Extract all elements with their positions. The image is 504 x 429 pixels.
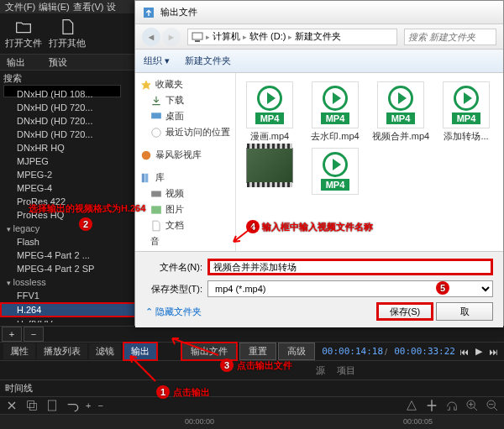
- file-icon: [59, 18, 76, 35]
- headphones-icon[interactable]: [445, 399, 459, 412]
- ruler-tick: 00:00:05: [403, 417, 433, 426]
- side-pictures[interactable]: 图片: [139, 201, 232, 217]
- advanced-button[interactable]: 高级: [278, 343, 315, 360]
- side-downloads[interactable]: 下载: [139, 92, 232, 108]
- nav-back-icon[interactable]: ◄: [142, 28, 160, 46]
- svg-rect-8: [151, 112, 161, 118]
- paste-icon[interactable]: [45, 399, 59, 412]
- filename-input[interactable]: [207, 259, 493, 275]
- dialog-title: 输出文件: [160, 6, 197, 18]
- picture-icon: [150, 204, 162, 216]
- download-icon: [150, 95, 162, 107]
- open-other-button[interactable]: 打开其他: [49, 18, 86, 50]
- side-favorites[interactable]: 收藏夹: [139, 76, 232, 92]
- menu-view[interactable]: 查看(V): [73, 1, 104, 13]
- file-item[interactable]: MP4: [305, 148, 365, 195]
- save-dialog: 输出文件 ◄ ► ▸计算机 ▸软件 (D:) ▸新建文件夹 组织 ▾ 新建文件夹…: [134, 0, 504, 326]
- svg-rect-11: [142, 173, 145, 182]
- menu-file[interactable]: 文件(F): [5, 1, 35, 13]
- save-button[interactable]: 保存(S): [376, 302, 433, 321]
- recent-icon: [150, 127, 162, 139]
- breadcrumb[interactable]: ▸计算机 ▸软件 (D:) ▸新建文件夹: [187, 29, 397, 45]
- newfolder-button[interactable]: 新建文件夹: [185, 55, 231, 67]
- file-item[interactable]: PY.mp4: [239, 73, 300, 76]
- file-item[interactable]: 叠加视频.mp4: [305, 73, 365, 76]
- open-file-button[interactable]: 打开文件: [5, 18, 42, 50]
- file-item[interactable]: [239, 148, 300, 195]
- time-duration: 00:00:33:22: [394, 346, 455, 357]
- side-libraries[interactable]: 库: [139, 170, 232, 186]
- filename-label: 文件名(N):: [145, 261, 202, 274]
- svg-rect-12: [145, 173, 149, 182]
- timeline-heading: 时间线: [0, 379, 504, 396]
- zoom-in-icon[interactable]: [465, 399, 479, 412]
- reset-button[interactable]: 重置: [239, 343, 276, 360]
- file-item[interactable]: 分屏.mp4: [370, 73, 431, 76]
- tab-playlist[interactable]: 播放列表: [37, 343, 87, 359]
- svg-rect-6: [192, 33, 202, 39]
- cancel-button[interactable]: 取: [436, 302, 493, 321]
- storm-icon: [140, 149, 152, 161]
- side-documents[interactable]: 文档: [139, 217, 232, 233]
- file-item[interactable]: MP4添加转场...: [436, 81, 496, 143]
- bc-item[interactable]: 新建文件夹: [295, 30, 341, 43]
- dialog-search-input[interactable]: [404, 29, 496, 45]
- filetype-select[interactable]: mp4 (*.mp4): [207, 280, 493, 297]
- search-label: 搜索: [3, 73, 22, 83]
- file-item[interactable]: MP4去水印.mp4: [305, 81, 365, 143]
- open-other-label: 打开其他: [49, 37, 86, 50]
- svg-rect-0: [28, 401, 34, 408]
- export-icon: [142, 6, 155, 19]
- dialog-sidebar: 收藏夹 下载 桌面 最近访问的位置 暴风影视库 库 视频 图片 文档 音: [135, 73, 236, 251]
- add-button[interactable]: +: [2, 327, 22, 342]
- tab-properties[interactable]: 属性: [3, 343, 35, 359]
- side-recent[interactable]: 最近访问的位置: [139, 124, 232, 140]
- nav-fwd-icon[interactable]: ►: [162, 28, 181, 46]
- star-icon: [140, 79, 152, 91]
- svg-rect-1: [29, 403, 36, 410]
- bc-item[interactable]: 计算机: [213, 30, 240, 43]
- file-item[interactable]: MP4漫画.mp4: [239, 81, 300, 143]
- mp4-play-icon: [388, 86, 413, 111]
- bc-item[interactable]: 软件 (D:): [249, 30, 286, 43]
- hide-folders-toggle[interactable]: ⌃隐藏文件夹: [145, 306, 202, 318]
- mp4-play-icon: [257, 86, 282, 111]
- project-label: 项目: [337, 364, 355, 377]
- ruler-tick: 00:00:00: [185, 417, 214, 426]
- organize-menu[interactable]: 组织 ▾: [144, 55, 170, 67]
- copy-icon[interactable]: [25, 399, 39, 412]
- output-file-button[interactable]: 输出文件: [181, 342, 238, 361]
- play-icon[interactable]: ▶: [473, 346, 485, 357]
- file-grid[interactable]: PY.mp4 叠加视频.mp4 分屏.mp4 画中画... MP4漫画.mp4 …: [236, 73, 503, 251]
- svg-rect-13: [151, 191, 161, 196]
- time-current: 00:00:14:18: [322, 346, 383, 357]
- library-icon: [140, 172, 152, 184]
- svg-rect-14: [151, 206, 161, 213]
- side-videos[interactable]: 视频: [139, 186, 232, 201]
- source-label: 源: [316, 364, 325, 377]
- file-item[interactable]: 画中画...: [436, 73, 496, 76]
- svg-point-10: [142, 150, 151, 160]
- skip-end-icon[interactable]: ⏭: [486, 347, 501, 357]
- marker-icon[interactable]: [405, 399, 418, 412]
- file-item[interactable]: MP4视频合并.mp4: [370, 81, 431, 143]
- tab-filters[interactable]: 滤镜: [89, 343, 121, 359]
- cut-icon[interactable]: [5, 399, 18, 412]
- menu-settings[interactable]: 设: [107, 1, 116, 13]
- side-desktop[interactable]: 桌面: [139, 108, 232, 124]
- tab-output[interactable]: 输出: [123, 342, 158, 361]
- svg-rect-2: [48, 400, 55, 411]
- output-header: 输出: [7, 56, 49, 69]
- zoom-out-icon[interactable]: [486, 399, 499, 412]
- remove-button[interactable]: −: [24, 327, 44, 342]
- side-music[interactable]: 音: [139, 233, 232, 249]
- folder-open-icon: [15, 18, 32, 35]
- split-icon[interactable]: [425, 399, 438, 412]
- side-storm[interactable]: 暴风影视库: [139, 147, 232, 163]
- undo-icon[interactable]: [66, 399, 79, 412]
- skip-start-icon[interactable]: ⏮: [457, 347, 471, 357]
- timeline-ruler[interactable]: 00:00:00 00:00:05: [0, 415, 504, 429]
- open-file-label: 打开文件: [5, 37, 42, 50]
- filetype-label: 保存类型(T):: [145, 283, 202, 296]
- menu-edit[interactable]: 编辑(E): [39, 1, 70, 13]
